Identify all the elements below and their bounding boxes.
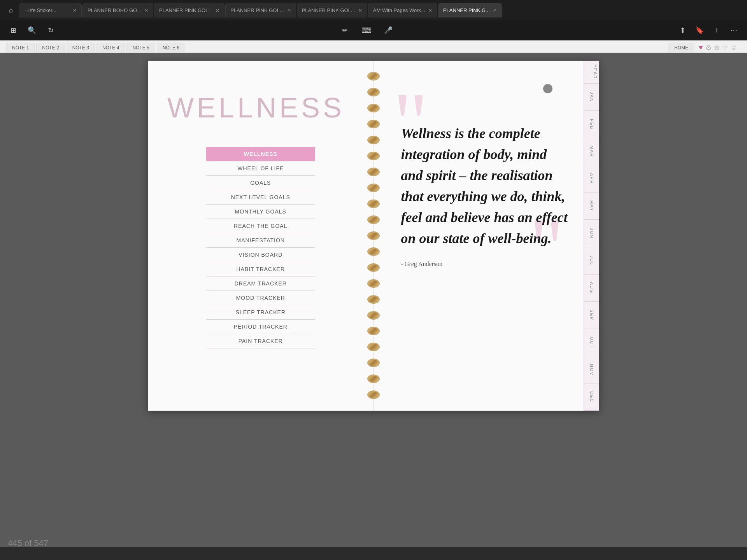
menu-item-vision[interactable]: VISION BOARD bbox=[206, 248, 315, 262]
spiral-ring bbox=[367, 104, 380, 112]
spiral-ring bbox=[367, 247, 380, 256]
spiral-ring bbox=[367, 263, 380, 272]
tab-5[interactable]: PLANNER PINK GOL... ✕ bbox=[297, 3, 367, 18]
menu-item-wellness[interactable]: WELLNESS bbox=[206, 147, 315, 161]
tab-1[interactable]: · Life Sticker... ✕ bbox=[19, 3, 82, 18]
menu-item-monthly[interactable]: MONTHLY GOALS bbox=[206, 205, 315, 219]
menu-item-habit[interactable]: HABIT TRACKER bbox=[206, 262, 315, 276]
menu-item-sleep[interactable]: SLEEP TRACKER bbox=[206, 305, 315, 320]
tab-1-label: · Life Sticker... bbox=[25, 7, 70, 13]
spiral-ring bbox=[367, 390, 380, 399]
menu-item-manifestation[interactable]: MANIFESTATION bbox=[206, 233, 315, 248]
spiral-ring bbox=[367, 136, 380, 144]
tab-6-label: AM With Pages Work... bbox=[373, 7, 425, 13]
tab-6-close[interactable]: ✕ bbox=[428, 8, 432, 13]
menu-list: WELLNESS WHEEL OF LIFE GOALS NEXT LEVEL … bbox=[206, 147, 315, 348]
refresh-icon[interactable]: ↻ bbox=[44, 23, 58, 37]
tab-1-close[interactable]: ✕ bbox=[73, 8, 77, 13]
month-tab-dec[interactable]: DEC bbox=[584, 383, 599, 411]
pen-icon[interactable]: ✏ bbox=[338, 23, 352, 37]
left-page: WELLNESS WELLNESS WHEEL OF LIFE GOALS NE… bbox=[148, 61, 374, 411]
notes-toolbar-icons: ♥ ⚙ ⊕ ☞ ☺ bbox=[696, 43, 741, 52]
spiral-ring bbox=[367, 343, 380, 351]
spiral-ring bbox=[367, 88, 380, 96]
microphone-icon[interactable]: 🎤 bbox=[381, 23, 395, 37]
spiral-ring bbox=[367, 311, 380, 320]
spiral-binding bbox=[366, 61, 381, 411]
note-tab-5[interactable]: NOTE 5 bbox=[126, 43, 155, 52]
tab-2[interactable]: PLANNER BOHO GO... ✕ bbox=[82, 3, 153, 18]
month-tab-feb[interactable]: FEB bbox=[584, 111, 599, 138]
spiral-ring bbox=[367, 184, 380, 192]
right-page: " Wellness is the complete integration o… bbox=[374, 61, 600, 411]
month-tab-may[interactable]: MAY bbox=[584, 192, 599, 220]
browser-chrome: ⌂ · Life Sticker... ✕ PLANNER BOHO GO...… bbox=[0, 0, 747, 53]
upload-icon[interactable]: ⬆ bbox=[675, 23, 689, 37]
note-tab-2[interactable]: NOTE 2 bbox=[36, 43, 65, 52]
settings-icon[interactable]: ⚙ bbox=[705, 44, 712, 52]
tab-4[interactable]: PLANNER PINK GOL... ✕ bbox=[225, 3, 296, 18]
keyboard-icon[interactable]: ⌨ bbox=[359, 23, 374, 37]
toolbar-center-icons: ✏ ⌨ 🎤 bbox=[62, 23, 671, 37]
menu-item-reach[interactable]: REACH THE GOAL bbox=[206, 219, 315, 233]
menu-item-wheel[interactable]: WHEEL OF LIFE bbox=[206, 161, 315, 176]
spiral-ring bbox=[367, 120, 380, 128]
menu-item-goals[interactable]: GOALS bbox=[206, 176, 315, 190]
tab-5-close[interactable]: ✕ bbox=[358, 8, 362, 13]
note-tab-6[interactable]: NOTE 6 bbox=[157, 43, 185, 52]
tab-6[interactable]: AM With Pages Work... ✕ bbox=[368, 3, 437, 18]
tab-7[interactable]: PLANNER PINK G... ✕ bbox=[438, 3, 502, 18]
menu-item-period[interactable]: PERIOD TRACKER bbox=[206, 320, 315, 334]
heart-icon[interactable]: ♥ bbox=[699, 44, 703, 52]
menu-item-pain[interactable]: PAIN TRACKER bbox=[206, 334, 315, 348]
tab-5-label: PLANNER PINK GOL... bbox=[302, 7, 355, 13]
month-tab-apr[interactable]: APR bbox=[584, 165, 599, 192]
hand-icon[interactable]: ☞ bbox=[722, 44, 728, 52]
spiral-ring bbox=[367, 231, 380, 240]
tab-2-close[interactable]: ✕ bbox=[144, 8, 148, 13]
tab-3-label: PLANNER PINK GOL... bbox=[159, 7, 212, 13]
page-title: WELLNESS bbox=[167, 92, 354, 124]
move-icon[interactable]: ⊕ bbox=[714, 44, 720, 52]
tab-7-close[interactable]: ✕ bbox=[493, 8, 497, 13]
month-tab-nov[interactable]: NOV bbox=[584, 356, 599, 383]
spiral-ring bbox=[367, 200, 380, 208]
note-tab-4[interactable]: NOTE 4 bbox=[96, 43, 125, 52]
browser-home-button[interactable]: ⌂ bbox=[3, 2, 19, 18]
month-tab-jul[interactable]: JUL bbox=[584, 247, 599, 275]
share-icon[interactable]: ↑ bbox=[710, 23, 724, 37]
note-tab-1[interactable]: NOTE 1 bbox=[6, 43, 35, 52]
planner-container: WELLNESS WELLNESS WHEEL OF LIFE GOALS NE… bbox=[0, 53, 747, 547]
spiral-ring bbox=[367, 152, 380, 160]
home-tab-btn[interactable]: HOME bbox=[668, 43, 694, 52]
quote-author: - Greg Anderson bbox=[401, 261, 572, 268]
menu-item-next-level[interactable]: NEXT LEVEL GOALS bbox=[206, 190, 315, 205]
month-tab-oct[interactable]: OCT bbox=[584, 329, 599, 356]
month-tab-sep[interactable]: SEP bbox=[584, 302, 599, 329]
menu-item-mood[interactable]: MOOD TRACKER bbox=[206, 291, 315, 305]
menu-item-dream[interactable]: DREAM TRACKER bbox=[206, 276, 315, 291]
search-icon[interactable]: 🔍 bbox=[25, 23, 39, 37]
month-tab-aug[interactable]: AUG bbox=[584, 275, 599, 302]
spiral-ring bbox=[367, 215, 380, 224]
spiral-ring bbox=[367, 295, 380, 304]
spiral-ring bbox=[367, 72, 380, 80]
month-tab-mar[interactable]: MAR bbox=[584, 138, 599, 165]
quote-section: " Wellness is the complete integration o… bbox=[393, 76, 580, 275]
tab-bar: ⌂ · Life Sticker... ✕ PLANNER BOHO GO...… bbox=[0, 0, 747, 20]
notes-tab-bar: NOTE 1 NOTE 2 NOTE 3 NOTE 4 NOTE 5 NOTE … bbox=[0, 40, 747, 53]
spiral-ring bbox=[367, 359, 380, 367]
month-tab-jan[interactable]: JAN bbox=[584, 84, 599, 111]
tab-3-close[interactable]: ✕ bbox=[216, 8, 219, 13]
month-tab-jun[interactable]: JUN bbox=[584, 220, 599, 247]
tab-4-close[interactable]: ✕ bbox=[287, 8, 291, 13]
main-content: WELLNESS WELLNESS WHEEL OF LIFE GOALS NE… bbox=[0, 53, 747, 547]
year-tab[interactable]: YEAR bbox=[584, 61, 599, 84]
tab-7-label: PLANNER PINK G... bbox=[443, 7, 490, 13]
grid-icon[interactable]: ⊞ bbox=[6, 23, 20, 37]
note-tab-3[interactable]: NOTE 3 bbox=[67, 43, 95, 52]
more-options-icon[interactable]: ⋯ bbox=[727, 23, 741, 37]
emoji-icon[interactable]: ☺ bbox=[731, 44, 738, 52]
tab-3[interactable]: PLANNER PINK GOL... ✕ bbox=[154, 3, 224, 18]
bookmark-icon[interactable]: 🔖 bbox=[693, 23, 707, 37]
